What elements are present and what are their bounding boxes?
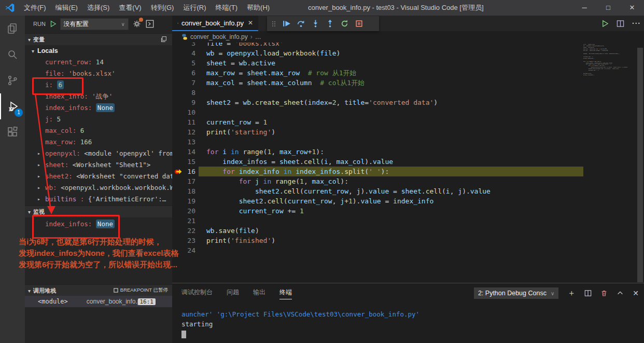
expand-icon[interactable]: ▸ [37,159,40,171]
continue-icon[interactable] [282,19,291,28]
code-line-16[interactable]: 16 for index_info in index_infos.split('… [172,167,644,176]
line-number[interactable]: 4 [172,48,195,58]
debug-config-select[interactable]: 没有配置 ∨ [60,18,129,30]
step-over-icon[interactable] [297,19,305,28]
code-line-17[interactable]: 17 for j in range(1, max_col): [172,176,644,186]
debug-settings-button[interactable] [132,19,142,29]
toolbar-grip-icon[interactable] [271,20,276,28]
watch-section-header[interactable]: ▾ 监视 [25,205,172,217]
callstack-section-header[interactable]: ▾ 调用堆栈 BREAKPOINT 已暂停 [25,284,172,296]
menu-item[interactable]: 转到(G) [146,0,179,16]
terminal-select[interactable]: 2: Python Debug Consc ∨ [474,287,558,299]
restart-icon[interactable] [340,19,349,28]
variable-row[interactable]: i: 6 [25,79,172,91]
code-line-23[interactable]: 23print('finished') [172,236,644,245]
sidebar-item-extensions[interactable] [0,119,25,145]
code-line-11[interactable]: 11current_row = 1 [172,117,644,127]
line-number[interactable]: 6 [172,68,195,78]
minimap[interactable]: file = 'books.xlsx'wb = openpyxl.load_wo… [583,44,637,282]
kill-terminal-trash-icon[interactable] [600,290,608,297]
maximize-button[interactable]: □ [596,0,620,16]
code-line-18[interactable]: 18 sheet2.cell(current_row, j).value = s… [172,186,644,196]
step-out-icon[interactable] [326,19,334,28]
expand-icon[interactable]: ▸ [37,194,40,205]
line-number[interactable]: 15 [172,157,195,167]
line-number[interactable]: 13 [172,137,195,147]
line-number[interactable]: 22 [172,226,195,236]
breadcrumb[interactable]: conver_book_info.py › … [172,31,644,43]
step-into-icon[interactable] [311,19,320,28]
variable-row[interactable]: file: 'books.xlsx' [25,68,172,79]
variables-section-header[interactable]: ▾ 变量 [25,33,172,45]
variable-row[interactable]: ▸sheet2: <Worksheet "converted dat… [25,171,172,182]
close-button[interactable]: ✕ [620,0,644,16]
variable-row[interactable]: max_row: 166 [25,136,172,148]
line-number[interactable]: 12 [172,127,195,137]
line-number[interactable]: 10 [172,107,195,117]
collapse-all-icon[interactable] [160,36,167,43]
variable-row[interactable]: current_row: 14 [25,57,172,68]
tab-conver-book-info[interactable]: conver_book_info.py ✕ [172,16,258,31]
code-line-19[interactable]: 19 sheet2.cell(current_row, j+1).value =… [172,196,644,206]
code-line-10[interactable]: 10 [172,107,644,117]
expand-icon[interactable]: ▸ [37,182,40,194]
variable-row[interactable]: ▸builtins : {'ArithmeticError':… [25,194,172,205]
menu-item[interactable]: 编辑(E) [51,0,82,16]
line-number[interactable]: 21 [172,216,195,226]
code-line-4[interactable]: 4wb = openpyxl.load_workbook(file) [172,48,644,58]
code-line-12[interactable]: 12print('starting') [172,127,644,137]
panel-tab-问题[interactable]: 问题 [227,288,239,299]
variable-row[interactable]: max_col: 6 [25,125,172,136]
terminal-output[interactable]: auncher' 'g:\Project Files\VSCode\test03… [181,309,419,338]
line-number[interactable]: 3 [172,43,195,48]
code-line-21[interactable]: 21 [172,216,644,226]
menu-item[interactable]: 终端(T) [211,0,242,16]
code-line-15[interactable]: 15 index_infos = sheet.cell(i, max_col).… [172,157,644,167]
variable-row[interactable]: ▸openpyxl: <module 'openpyxl' from… [25,148,172,159]
split-editor-icon[interactable] [617,20,624,28]
line-number[interactable]: 5 [172,58,195,68]
line-number[interactable]: 24 [172,245,195,255]
breadcrumb-file[interactable]: conver_book_info.py [190,33,248,40]
panel-tab-终端[interactable]: 终端 [279,288,292,299]
code-line-3[interactable]: 3file = 'books.xlsx' [172,43,644,48]
current-line-breakpoint-icon[interactable] [174,168,183,178]
line-number[interactable]: 7 [172,78,195,88]
sidebar-item-explorer[interactable] [0,16,25,42]
code-line-6[interactable]: 6max_row = sheet.max_row # row 从1开始 [172,68,644,78]
sidebar-item-run-and-debug[interactable]: 1 [0,93,26,119]
breadcrumb-tail[interactable]: … [255,33,261,40]
code-editor[interactable]: 3file = 'books.xlsx'4wb = openpyxl.load_… [172,43,644,283]
line-number[interactable]: 19 [172,196,195,206]
menu-item[interactable]: 帮助(H) [242,0,274,16]
editor-scrollbar[interactable] [637,48,643,282]
panel-tab-输出[interactable]: 输出 [253,288,265,299]
code-line-9[interactable]: 9sheet2 = wb.create_sheet(index=2, title… [172,98,644,107]
callstack-frame[interactable]: <module> conver_book_info.py 16:1 [25,296,172,307]
maximize-panel-icon[interactable] [617,290,624,297]
start-debug-icon[interactable] [49,20,57,28]
expand-icon[interactable]: ▸ [37,171,40,182]
line-number[interactable]: 23 [172,236,195,245]
new-terminal-icon[interactable]: ＋ [567,289,576,297]
expand-icon[interactable]: ▸ [37,148,40,159]
close-tab-icon[interactable]: ✕ [248,19,253,26]
close-panel-icon[interactable]: ✕ [633,289,639,297]
line-number[interactable]: 14 [172,147,195,157]
variable-row[interactable]: ▸sheet: <Worksheet "Sheet1"> [25,159,172,171]
line-number[interactable]: 11 [172,117,195,127]
code-line-20[interactable]: 20 current_row += 1 [172,206,644,216]
variable-row[interactable]: j: 5 [25,114,172,125]
variable-row[interactable]: ▸wb: <openpyxl.workbook.workbook.W… [25,182,172,194]
scope-locals[interactable]: ▾ Locals [25,45,172,57]
open-debug-console-icon[interactable] [145,19,155,29]
split-terminal-icon[interactable] [584,290,592,297]
menu-item[interactable]: 文件(F) [19,0,51,16]
stop-icon[interactable] [355,19,363,28]
code-line-7[interactable]: 7max_col = sheet.max_column # col从1开始 [172,78,644,88]
code-line-24[interactable]: 24 [172,245,644,255]
line-number[interactable]: 20 [172,206,195,216]
minimize-button[interactable]: ─ [572,0,596,16]
variable-row[interactable]: index_infos: None [25,102,172,114]
code-line-8[interactable]: 8 [172,88,644,98]
